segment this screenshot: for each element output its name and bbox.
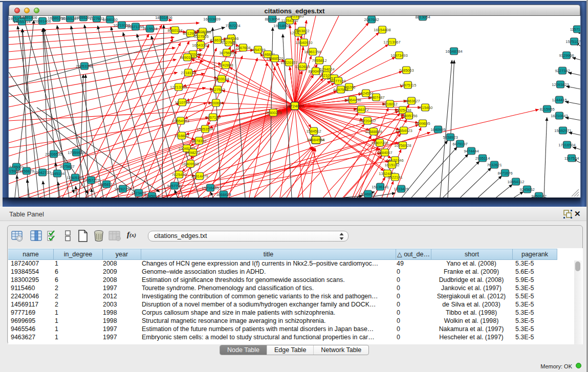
svg-text:9227342: 9227342	[555, 69, 570, 73]
svg-text:7632621: 7632621	[487, 163, 502, 167]
svg-text:10654112: 10654112	[508, 180, 525, 184]
svg-text:19654923: 19654923	[395, 128, 412, 133]
svg-text:7515524: 7515524	[142, 27, 157, 31]
svg-text:15692971: 15692971	[554, 128, 571, 133]
svg-text:8454749: 8454749	[250, 48, 265, 52]
svg-text:9329966: 9329966	[559, 53, 574, 58]
svg-text:9457791: 9457791	[167, 184, 182, 188]
svg-text:17359924: 17359924	[68, 150, 84, 155]
svg-text:8427552: 8427552	[210, 87, 225, 92]
svg-text:7955812: 7955812	[312, 58, 326, 63]
svg-text:12093823: 12093823	[552, 82, 569, 87]
svg-text:16782759: 16782759	[114, 187, 131, 191]
svg-text:15720407: 15720407	[359, 119, 376, 123]
svg-text:19463627: 19463627	[403, 99, 420, 103]
svg-text:7625402: 7625402	[171, 172, 186, 177]
svg-text:15751074: 15751074	[565, 39, 580, 44]
svg-text:2367608: 2367608	[235, 46, 250, 50]
svg-text:20364436: 20364436	[344, 98, 361, 102]
svg-text:7485063: 7485063	[399, 68, 413, 73]
svg-text:16033809: 16033809	[203, 17, 220, 21]
svg-text:9890167: 9890167	[180, 55, 194, 60]
svg-text:16543362: 16543362	[192, 43, 209, 48]
svg-text:18724007: 18724007	[286, 104, 304, 108]
svg-text:9246812: 9246812	[360, 192, 375, 196]
svg-text:8471676: 8471676	[497, 171, 512, 176]
svg-text:3875685: 3875685	[219, 51, 234, 55]
svg-text:2803144: 2803144	[214, 77, 229, 81]
svg-text:10025438: 10025438	[394, 108, 411, 113]
svg-text:1615132: 1615132	[384, 163, 399, 167]
svg-text:19654983: 19654983	[172, 119, 189, 123]
svg-text:9327508: 9327508	[221, 40, 236, 45]
svg-text:10756928: 10756928	[394, 143, 411, 148]
svg-text:15723185: 15723185	[287, 16, 303, 18]
svg-text:13640910: 13640910	[295, 40, 312, 45]
svg-text:9115460: 9115460	[418, 105, 433, 110]
svg-text:6479197: 6479197	[452, 142, 467, 146]
svg-text:17016504: 17016504	[558, 143, 575, 147]
svg-text:7357224: 7357224	[225, 24, 240, 28]
svg-text:2522141: 2522141	[387, 175, 402, 180]
svg-text:1584512: 1584512	[306, 129, 321, 134]
svg-text:1733426: 1733426	[394, 187, 408, 191]
svg-text:10688609: 10688609	[365, 129, 382, 134]
svg-text:19384554: 19384554	[307, 138, 325, 142]
svg-text:1700614: 1700614	[208, 101, 223, 105]
svg-text:8813054: 8813054	[265, 17, 279, 21]
svg-text:1167534: 1167534	[564, 156, 579, 161]
svg-text:3267130: 3267130	[205, 115, 220, 120]
svg-text:5938923: 5938923	[443, 135, 458, 140]
svg-text:15136141: 15136141	[372, 185, 388, 189]
svg-text:12213967: 12213967	[383, 40, 400, 45]
svg-text:16671355: 16671355	[127, 25, 144, 29]
svg-text:8660124: 8660124	[167, 28, 182, 33]
svg-text:7386372: 7386372	[354, 107, 368, 112]
svg-text:15716485: 15716485	[202, 186, 219, 190]
svg-text:15300275: 15300275	[265, 111, 281, 115]
svg-text:8215955: 8215955	[539, 107, 554, 112]
svg-text:16409948: 16409948	[182, 162, 199, 166]
svg-text:10958117: 10958117	[98, 182, 115, 187]
svg-text:9242848: 9242848	[218, 63, 233, 68]
svg-text:1640995: 1640995	[430, 127, 445, 132]
svg-text:9884067: 9884067	[377, 150, 392, 155]
svg-text:9245652: 9245652	[519, 187, 534, 192]
svg-text:16648784: 16648784	[445, 49, 462, 54]
svg-text:20206535: 20206535	[45, 152, 62, 157]
svg-text:16961758: 16961758	[304, 50, 321, 54]
svg-text:17957223: 17957223	[82, 178, 99, 183]
svg-text:3975887: 3975887	[59, 164, 74, 169]
svg-text:8878352: 8878352	[191, 139, 206, 143]
svg-text:7663822: 7663822	[294, 29, 309, 33]
svg-text:6216012: 6216012	[382, 102, 397, 106]
svg-text:16154808: 16154808	[374, 28, 390, 32]
svg-text:1156829: 1156829	[19, 169, 34, 173]
svg-text:1668424: 1668424	[216, 192, 231, 197]
svg-text:12505135: 12505135	[67, 176, 83, 180]
svg-text:20053346: 20053346	[76, 64, 93, 69]
svg-text:16914479: 16914479	[191, 174, 208, 179]
svg-text:1916682: 1916682	[174, 134, 189, 138]
svg-text:1157107: 1157107	[570, 27, 580, 32]
svg-text:1923468: 1923468	[131, 191, 146, 195]
svg-text:8813054: 8813054	[415, 16, 430, 19]
svg-text:2718176: 2718176	[181, 71, 195, 75]
svg-text:1362615: 1362615	[295, 64, 310, 69]
svg-text:1145194: 1145194	[50, 171, 65, 176]
svg-text:10973493: 10973493	[390, 53, 407, 58]
svg-text:6794024: 6794024	[319, 67, 334, 72]
svg-text:9327505: 9327505	[193, 34, 208, 39]
svg-text:9474444: 9474444	[464, 149, 478, 154]
svg-text:16210643: 16210643	[551, 114, 568, 118]
svg-text:1610755: 1610755	[175, 100, 189, 105]
svg-text:12975115: 12975115	[400, 83, 417, 87]
svg-text:15353594: 15353594	[197, 127, 213, 132]
svg-text:14495756: 14495756	[400, 114, 417, 118]
svg-text:3915911: 3915911	[9, 169, 19, 173]
svg-text:18931406: 18931406	[155, 16, 172, 20]
svg-text:10807487: 10807487	[367, 95, 384, 100]
svg-text:9777169: 9777169	[331, 79, 345, 83]
svg-text:6497568: 6497568	[333, 87, 348, 92]
svg-text:2935114: 2935114	[475, 156, 490, 161]
